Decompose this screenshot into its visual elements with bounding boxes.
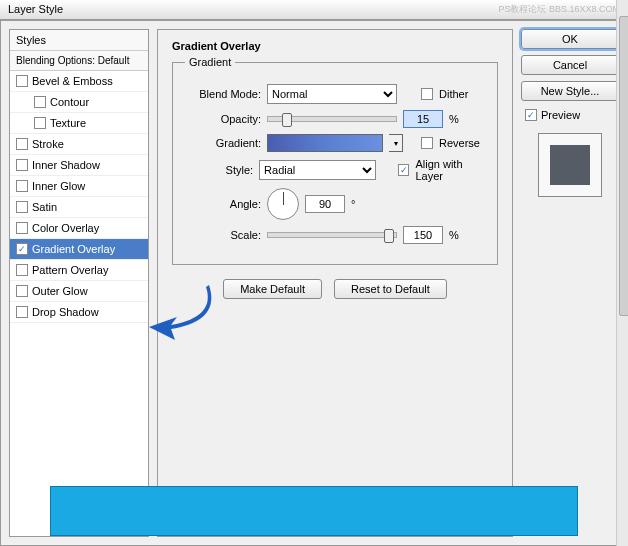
align-checkbox[interactable]: ✓ <box>398 164 409 176</box>
angle-dial[interactable] <box>267 188 299 220</box>
checkbox[interactable] <box>16 222 28 234</box>
angle-unit: ° <box>351 198 355 210</box>
watermark: PS教程论坛 BBS.16XX8.COM <box>498 3 620 16</box>
styles-header[interactable]: Styles <box>10 30 148 51</box>
checkbox[interactable] <box>16 285 28 297</box>
angle-row: Angle: ° <box>185 188 485 220</box>
fx-label: Stroke <box>32 138 64 150</box>
dialog-body: Styles Blending Options: Default Bevel &… <box>0 20 628 546</box>
angle-input[interactable] <box>305 195 345 213</box>
fx-contour[interactable]: Contour <box>10 92 148 113</box>
fx-texture[interactable]: Texture <box>10 113 148 134</box>
fx-label: Satin <box>32 201 57 213</box>
checkbox[interactable] <box>34 117 46 129</box>
preview-swatch <box>550 145 590 185</box>
canvas-preview <box>50 486 578 536</box>
angle-label: Angle: <box>185 198 261 210</box>
action-panel: OK Cancel New Style... ✓ Preview <box>521 29 619 537</box>
fx-label: Pattern Overlay <box>32 264 108 276</box>
fx-satin[interactable]: Satin <box>10 197 148 218</box>
checkbox[interactable] <box>16 138 28 150</box>
opacity-row: Opacity: % <box>185 110 485 128</box>
fx-label: Contour <box>50 96 89 108</box>
blend-mode-row: Blend Mode: Normal Dither <box>185 84 485 104</box>
fx-label: Outer Glow <box>32 285 88 297</box>
new-style-button[interactable]: New Style... <box>521 81 619 101</box>
checkbox[interactable]: ✓ <box>16 243 28 255</box>
ok-button[interactable]: OK <box>521 29 619 49</box>
align-label: Align with Layer <box>415 158 485 182</box>
panel-title: Gradient Overlay <box>172 40 498 52</box>
blending-options[interactable]: Blending Options: Default <box>10 51 148 71</box>
fx-label: Drop Shadow <box>32 306 99 318</box>
reverse-label: Reverse <box>439 137 480 149</box>
fx-label: Texture <box>50 117 86 129</box>
title-bar: Layer Style PS教程论坛 BBS.16XX8.COM <box>0 0 628 20</box>
style-row: Style: Radial ✓ Align with Layer <box>185 158 485 182</box>
opacity-label: Opacity: <box>185 113 261 125</box>
checkbox[interactable] <box>16 180 28 192</box>
fx-inner-shadow[interactable]: Inner Shadow <box>10 155 148 176</box>
dither-checkbox[interactable] <box>421 88 433 100</box>
scale-row: Scale: % <box>185 226 485 244</box>
style-label: Style: <box>185 164 253 176</box>
cancel-button[interactable]: Cancel <box>521 55 619 75</box>
preview-label: Preview <box>541 109 580 121</box>
checkbox[interactable] <box>16 264 28 276</box>
checkbox[interactable] <box>16 75 28 87</box>
gradient-label: Gradient: <box>185 137 261 149</box>
checkbox[interactable] <box>16 159 28 171</box>
style-select[interactable]: Radial <box>259 160 376 180</box>
gradient-group: Gradient Blend Mode: Normal Dither Opaci… <box>172 56 498 265</box>
gradient-dropdown[interactable]: ▾ <box>389 134 403 152</box>
group-legend: Gradient <box>185 56 235 68</box>
preview-toggle[interactable]: ✓ Preview <box>521 107 619 123</box>
checkbox[interactable] <box>16 306 28 318</box>
scale-input[interactable] <box>403 226 443 244</box>
reset-default-button[interactable]: Reset to Default <box>334 279 447 299</box>
vertical-scrollbar[interactable] <box>616 0 628 546</box>
default-buttons: Make Default Reset to Default <box>172 279 498 299</box>
fx-pattern-overlay[interactable]: Pattern Overlay <box>10 260 148 281</box>
gradient-swatch[interactable] <box>267 134 383 152</box>
fx-gradient-overlay[interactable]: ✓Gradient Overlay <box>10 239 148 260</box>
preview-box <box>538 133 602 197</box>
fx-label: Inner Glow <box>32 180 85 192</box>
scale-label: Scale: <box>185 229 261 241</box>
fx-label: Inner Shadow <box>32 159 100 171</box>
dither-label: Dither <box>439 88 468 100</box>
scale-slider[interactable] <box>267 232 397 238</box>
fx-color-overlay[interactable]: Color Overlay <box>10 218 148 239</box>
scale-unit: % <box>449 229 459 241</box>
fx-stroke[interactable]: Stroke <box>10 134 148 155</box>
opacity-unit: % <box>449 113 459 125</box>
preview-checkbox[interactable]: ✓ <box>525 109 537 121</box>
blend-mode-label: Blend Mode: <box>185 88 261 100</box>
fx-drop-shadow[interactable]: Drop Shadow <box>10 302 148 323</box>
options-panel: Gradient Overlay Gradient Blend Mode: No… <box>157 29 513 537</box>
fx-inner-glow[interactable]: Inner Glow <box>10 176 148 197</box>
opacity-input[interactable] <box>403 110 443 128</box>
checkbox[interactable] <box>16 201 28 213</box>
styles-panel: Styles Blending Options: Default Bevel &… <box>9 29 149 537</box>
fx-label: Bevel & Emboss <box>32 75 113 87</box>
scrollbar-thumb[interactable] <box>619 16 628 316</box>
dialog-title: Layer Style <box>8 3 63 16</box>
fx-bevel-emboss[interactable]: Bevel & Emboss <box>10 71 148 92</box>
reverse-checkbox[interactable] <box>421 137 433 149</box>
gradient-row: Gradient: ▾ Reverse <box>185 134 485 152</box>
fx-outer-glow[interactable]: Outer Glow <box>10 281 148 302</box>
fx-label: Gradient Overlay <box>32 243 115 255</box>
opacity-slider[interactable] <box>267 116 397 122</box>
checkbox[interactable] <box>34 96 46 108</box>
blend-mode-select[interactable]: Normal <box>267 84 397 104</box>
fx-label: Color Overlay <box>32 222 99 234</box>
make-default-button[interactable]: Make Default <box>223 279 322 299</box>
